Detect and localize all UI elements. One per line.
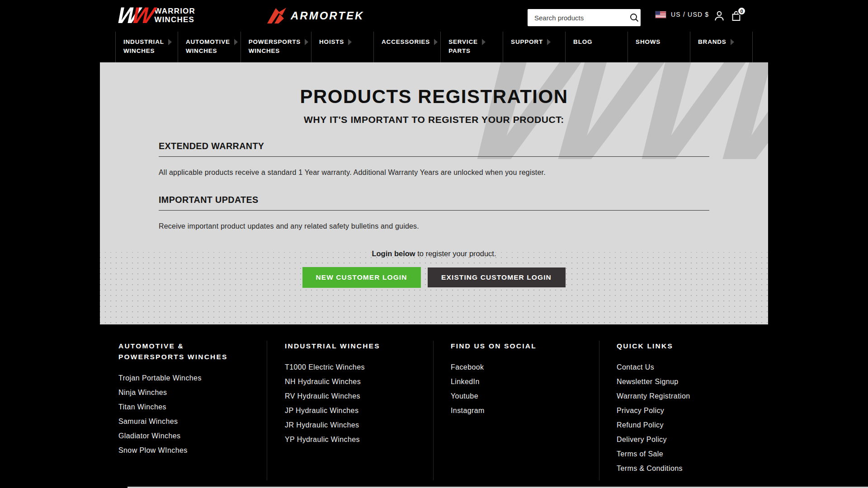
footer-link[interactable]: Titan Winches bbox=[118, 403, 267, 411]
footer-column-heading: QUICK LINKS bbox=[617, 341, 736, 352]
footer-column-quick-links: QUICK LINKS Contact Us Newsletter Signup… bbox=[599, 341, 768, 480]
footer: AUTOMOTIVE & POWERSPORTS WINCHES Trojan … bbox=[100, 341, 768, 480]
footer-link[interactable]: Terms of Sale bbox=[617, 450, 768, 458]
new-customer-login-button[interactable]: NEW CUSTOMER LOGIN bbox=[302, 267, 421, 288]
footer-link[interactable]: RV Hydraulic Winches bbox=[285, 392, 433, 400]
footer-link[interactable]: Gladiator Winches bbox=[118, 432, 267, 440]
footer-link[interactable]: Ninja Winches bbox=[118, 388, 267, 397]
account-button[interactable] bbox=[713, 10, 725, 22]
dotted-pattern-band: NEW CUSTOMER LOGIN EXISTING CUSTOMER LOG… bbox=[100, 252, 768, 324]
section-body: All applicable products receive a standa… bbox=[159, 169, 709, 177]
nav-item-industrial-winches[interactable]: INDUSTRIAL WINCHES bbox=[115, 32, 178, 62]
footer-link[interactable]: Samurai Winches bbox=[118, 417, 267, 426]
warrior-winches-logo[interactable]: WW WARRIOR WINCHES bbox=[118, 5, 195, 25]
nav-item-accessories[interactable]: ACCESSORIES bbox=[373, 32, 440, 62]
chevron-right-icon bbox=[434, 39, 438, 45]
footer-link[interactable]: JR Hydraulic Winches bbox=[285, 421, 433, 429]
search-box bbox=[528, 9, 641, 26]
footer-link[interactable]: T1000 Electric Winches bbox=[285, 363, 433, 371]
nav-item-automotive-winches[interactable]: AUTOMOTIVE WINCHES bbox=[178, 32, 241, 62]
us-flag-icon bbox=[656, 11, 666, 18]
cart-count-badge: 0 bbox=[737, 7, 746, 15]
nav-item-hoists[interactable]: HOISTS bbox=[311, 32, 373, 62]
cart-button[interactable]: 0 bbox=[730, 10, 742, 22]
footer-link[interactable]: Youtube bbox=[451, 392, 599, 400]
chevron-right-icon bbox=[547, 39, 551, 45]
nav-item-powersports-winches[interactable]: POWERSPORTS WINCHES bbox=[241, 32, 311, 62]
section-body: Receive important product updates and an… bbox=[159, 222, 709, 230]
footer-link[interactable]: Snow Plow WInches bbox=[118, 446, 267, 455]
nav-item-brands[interactable]: BRANDS bbox=[690, 32, 753, 62]
account-icon bbox=[713, 10, 725, 22]
footer-column-industrial-winches: INDUSTRIAL WINCHES T1000 Electric Winche… bbox=[267, 341, 433, 480]
section-heading: IMPORTANT UPDATES bbox=[159, 194, 676, 205]
chevron-right-icon bbox=[305, 39, 308, 45]
footer-column-heading: FIND US ON SOCIAL bbox=[451, 341, 571, 352]
footer-column-heading: AUTOMOTIVE & POWERSPORTS WINCHES bbox=[118, 341, 238, 362]
chevron-right-icon bbox=[482, 39, 486, 45]
footer-link[interactable]: LinkedIn bbox=[451, 377, 599, 386]
existing-customer-login-button[interactable]: EXISTING CUSTOMER LOGIN bbox=[427, 267, 566, 288]
chevron-right-icon bbox=[234, 39, 238, 45]
top-header: WW WARRIOR WINCHES ARMORTEK US / US bbox=[0, 0, 868, 32]
footer-link[interactable]: Refund Policy bbox=[617, 421, 768, 429]
footer-link[interactable]: Warranty Registration bbox=[617, 392, 768, 400]
page-subtitle: WHY IT'S IMPORTANT TO REGISTER YOUR PROD… bbox=[100, 114, 768, 125]
page-title: PRODUCTS REGISTRATION bbox=[100, 86, 768, 108]
footer-link[interactable]: NH Hydraulic Winches bbox=[285, 377, 433, 386]
section-heading: EXTENDED WARRANTY bbox=[159, 141, 676, 151]
nav-item-service-parts[interactable]: SERVICE PARTS bbox=[440, 32, 503, 62]
section-divider bbox=[159, 210, 709, 211]
armortek-mark-icon bbox=[266, 7, 287, 24]
section-divider bbox=[159, 156, 709, 157]
footer-link[interactable]: Delivery Policy bbox=[617, 435, 768, 444]
footer-link[interactable]: Trojan Portable Winches bbox=[118, 374, 267, 382]
main-content: WW PRODUCTS REGISTRATION WHY IT'S IMPORT… bbox=[100, 62, 768, 324]
search-input[interactable] bbox=[528, 14, 628, 22]
search-submit-button[interactable] bbox=[628, 9, 641, 26]
footer-column-heading: INDUSTRIAL WINCHES bbox=[285, 341, 405, 352]
footer-link[interactable]: JP Hydraulic Winches bbox=[285, 406, 433, 415]
main-navigation: INDUSTRIAL WINCHES AUTOMOTIVE WINCHES PO… bbox=[0, 32, 868, 62]
chevron-right-icon bbox=[731, 39, 734, 45]
footer-link[interactable]: Privacy Policy bbox=[617, 406, 768, 415]
armortek-logo[interactable]: ARMORTEK bbox=[266, 7, 364, 24]
nav-item-support[interactable]: SUPPORT bbox=[503, 32, 565, 62]
section-extended-warranty: EXTENDED WARRANTY All applicable product… bbox=[159, 141, 709, 177]
footer-column-automotive-powersports: AUTOMOTIVE & POWERSPORTS WINCHES Trojan … bbox=[100, 341, 267, 480]
nav-item-blog[interactable]: BLOG bbox=[565, 32, 627, 62]
footer-link[interactable]: Facebook bbox=[451, 363, 599, 371]
footer-link[interactable]: Newsletter Signup bbox=[617, 377, 768, 386]
chevron-right-icon bbox=[168, 39, 172, 45]
footer-link[interactable]: YP Hydraulic Winches bbox=[285, 435, 433, 444]
chevron-right-icon bbox=[348, 39, 352, 45]
search-icon bbox=[629, 13, 639, 23]
footer-link[interactable]: Instagram bbox=[451, 406, 599, 415]
ww-logo-mark-icon: WW bbox=[115, 5, 154, 25]
locale-label: US / USD $ bbox=[671, 11, 709, 18]
footer-column-social: FIND US ON SOCIAL Facebook LinkedIn Yout… bbox=[433, 341, 599, 480]
footer-link[interactable]: Contact Us bbox=[617, 363, 768, 371]
nav-item-shows[interactable]: SHOWS bbox=[627, 32, 690, 62]
section-important-updates: IMPORTANT UPDATES Receive important prod… bbox=[159, 194, 709, 230]
warrior-winches-wordmark: WARRIOR WINCHES bbox=[154, 7, 195, 24]
locale-currency-selector[interactable]: US / USD $ bbox=[656, 11, 709, 18]
armortek-wordmark: ARMORTEK bbox=[291, 9, 364, 22]
footer-link[interactable]: Terms & Conditions bbox=[617, 464, 768, 473]
